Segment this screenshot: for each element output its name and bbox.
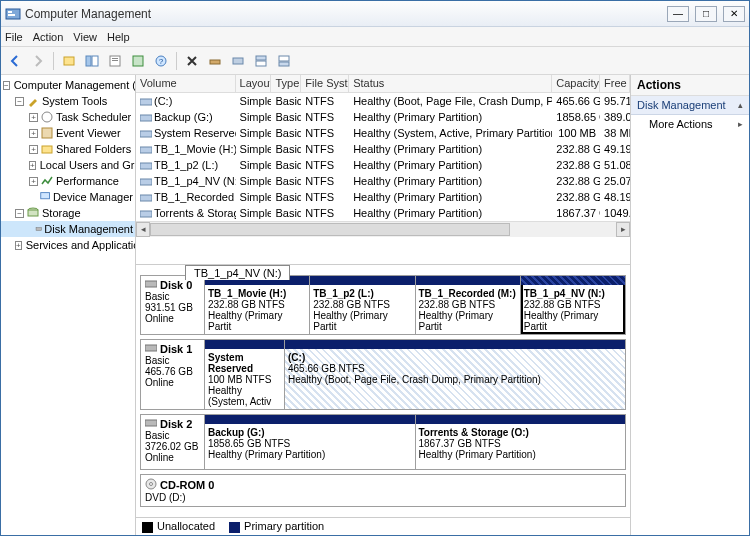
volume-row[interactable]: Torrents & Storage (O:)SimpleBasicNTFSHe… — [136, 205, 630, 221]
svg-rect-9 — [133, 56, 143, 66]
col-free[interactable]: Free S — [600, 75, 630, 92]
volume-rows[interactable]: (C:)SimpleBasicNTFSHealthy (Boot, Page F… — [136, 93, 630, 221]
svg-rect-33 — [140, 163, 152, 169]
close-button[interactable]: ✕ — [723, 6, 745, 22]
submenu-arrow-icon: ▸ — [738, 119, 743, 129]
refresh-button[interactable] — [128, 51, 148, 71]
expand-icon[interactable]: + — [29, 161, 36, 170]
scroll-left-button[interactable]: ◂ — [136, 222, 150, 237]
svg-rect-16 — [279, 56, 289, 61]
collapse-icon[interactable]: − — [15, 209, 24, 218]
selected-volume-tab[interactable]: TB_1_p4_NV (N:) — [185, 265, 290, 280]
up-button[interactable] — [59, 51, 79, 71]
menu-action[interactable]: Action — [33, 31, 64, 43]
tree-disk-management[interactable]: Disk Management — [1, 221, 135, 237]
show-hide-tree-button[interactable] — [82, 51, 102, 71]
disk-graphical-view[interactable]: TB_1_p4_NV (N:) Disk 0 Basic 931.51 GB O… — [136, 265, 630, 517]
col-volume[interactable]: Volume — [136, 75, 236, 92]
partition[interactable]: TB_1_Movie (H:)232.88 GB NTFSHealthy (Pr… — [205, 276, 310, 334]
perf-icon — [40, 174, 54, 188]
primary-swatch — [229, 522, 240, 533]
svg-rect-7 — [112, 58, 118, 59]
col-fs[interactable]: File System — [301, 75, 349, 92]
expand-icon[interactable]: + — [29, 177, 38, 186]
cdrom-info: CD-ROM 0 DVD (D:) — [141, 475, 625, 506]
actions-more[interactable]: More Actions▸ — [631, 115, 749, 133]
menubar: File Action View Help — [1, 27, 749, 47]
disk-1-block[interactable]: Disk 1 Basic 465.76 GB Online System Res… — [140, 339, 626, 410]
properties-button[interactable] — [105, 51, 125, 71]
scroll-thumb[interactable] — [150, 223, 510, 236]
settings-button[interactable] — [205, 51, 225, 71]
disk-drive-icon — [145, 343, 157, 355]
volume-icon — [140, 145, 152, 155]
view-bottom-button[interactable] — [274, 51, 294, 71]
tree-storage[interactable]: −Storage — [1, 205, 135, 221]
forward-button[interactable] — [28, 51, 48, 71]
volume-row[interactable]: TB_1_Movie (H:)SimpleBasicNTFSHealthy (P… — [136, 141, 630, 157]
disk-icon — [35, 222, 42, 236]
disk-1-partitions: System Reserved100 MB NTFSHealthy (Syste… — [205, 340, 625, 409]
svg-rect-20 — [42, 128, 52, 138]
partition[interactable]: System Reserved100 MB NTFSHealthy (Syste… — [205, 340, 285, 409]
tree-event-viewer[interactable]: +Event Viewer — [1, 125, 135, 141]
partition-boot[interactable]: (C:)465.66 GB NTFSHealthy (Boot, Page Fi… — [285, 340, 625, 409]
tree-shared-folders[interactable]: +Shared Folders — [1, 141, 135, 157]
tree-device-manager[interactable]: Device Manager — [1, 189, 135, 205]
col-status[interactable]: Status — [349, 75, 552, 92]
menu-help[interactable]: Help — [107, 31, 130, 43]
collapse-icon[interactable]: − — [15, 97, 24, 106]
tree-local-users[interactable]: +Local Users and Groups — [1, 157, 135, 173]
svg-rect-21 — [42, 146, 52, 153]
partition-selected[interactable]: TB_1_p4_NV (N:)232.88 GB NTFSHealthy (Pr… — [521, 276, 625, 334]
partition[interactable]: Backup (G:)1858.65 GB NTFSHealthy (Prima… — [205, 415, 416, 469]
partition[interactable]: TB_1_p2 (L:)232.88 GB NTFSHealthy (Prima… — [310, 276, 415, 334]
menu-file[interactable]: File — [5, 31, 23, 43]
tree-system-tools[interactable]: −System Tools — [1, 93, 135, 109]
svg-rect-4 — [86, 56, 91, 66]
volume-row[interactable]: Backup (G:)SimpleBasicNTFSHealthy (Prima… — [136, 109, 630, 125]
disk-2-block[interactable]: Disk 2 Basic 3726.02 GB Online Backup (G… — [140, 414, 626, 470]
volume-icon — [140, 177, 152, 187]
expand-icon[interactable]: + — [15, 241, 22, 250]
delete-button[interactable] — [182, 51, 202, 71]
expand-icon[interactable]: + — [29, 145, 38, 154]
console-tree[interactable]: −Computer Management (Local −System Tool… — [1, 75, 136, 535]
storage-icon — [26, 206, 40, 220]
maximize-button[interactable]: □ — [695, 6, 717, 22]
tree-root[interactable]: −Computer Management (Local — [1, 77, 135, 93]
disk-2-info: Disk 2 Basic 3726.02 GB Online — [141, 415, 205, 469]
scroll-right-button[interactable]: ▸ — [616, 222, 630, 237]
volume-row[interactable]: (C:)SimpleBasicNTFSHealthy (Boot, Page F… — [136, 93, 630, 109]
rescan-button[interactable] — [228, 51, 248, 71]
menu-view[interactable]: View — [73, 31, 97, 43]
volume-icon — [140, 193, 152, 203]
svg-rect-27 — [36, 227, 41, 230]
expand-icon[interactable]: + — [29, 113, 38, 122]
cdrom-block[interactable]: CD-ROM 0 DVD (D:) — [140, 474, 626, 507]
collapse-icon[interactable]: − — [3, 81, 10, 90]
actions-section[interactable]: Disk Management▴ — [631, 96, 749, 115]
col-type[interactable]: Type — [271, 75, 301, 92]
help-button[interactable]: ? — [151, 51, 171, 71]
partition[interactable]: Torrents & Storage (O:)1867.37 GB NTFSHe… — [416, 415, 626, 469]
svg-rect-35 — [140, 195, 152, 201]
back-button[interactable] — [5, 51, 25, 71]
volume-icon — [140, 97, 152, 107]
tree-performance[interactable]: +Performance — [1, 173, 135, 189]
volume-row[interactable]: System ReservedSimpleBasicNTFSHealthy (S… — [136, 125, 630, 141]
view-top-button[interactable] — [251, 51, 271, 71]
partition[interactable]: TB_1_Recorded (M:)232.88 GB NTFSHealthy … — [416, 276, 521, 334]
volume-row[interactable]: TB_1_p2 (L:)SimpleBasicNTFSHealthy (Prim… — [136, 157, 630, 173]
svg-rect-39 — [145, 420, 157, 426]
col-layout[interactable]: Layout — [236, 75, 272, 92]
minimize-button[interactable]: — — [667, 6, 689, 22]
volume-row[interactable]: TB_1_Recorded (M:)SimpleBasicNTFSHealthy… — [136, 189, 630, 205]
col-capacity[interactable]: Capacity — [552, 75, 600, 92]
volume-row[interactable]: TB_1_p4_NV (N:)SimpleBasicNTFSHealthy (P… — [136, 173, 630, 189]
tree-services-apps[interactable]: +Services and Applications — [1, 237, 135, 253]
expand-icon[interactable]: + — [29, 129, 38, 138]
disk-0-block[interactable]: Disk 0 Basic 931.51 GB Online TB_1_Movie… — [140, 275, 626, 335]
horizontal-scrollbar[interactable]: ◂ ▸ — [136, 221, 630, 237]
tree-task-scheduler[interactable]: +Task Scheduler — [1, 109, 135, 125]
